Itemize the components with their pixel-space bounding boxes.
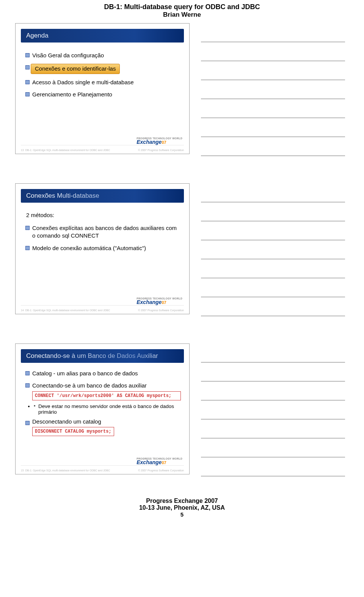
page-footer: Progress Exchange 2007 10-13 June, Phoen… xyxy=(0,479,364,525)
slide-copyright: © 2007 Progress Software Corporation xyxy=(138,469,184,472)
code-box: CONNECT '/usr/wrk/sports2000' AS CATALOG… xyxy=(32,391,181,400)
slide: Conexões Multi-database 2 métodos: Conex… xyxy=(15,183,190,314)
slide-copyright: © 2007 Progress Software Corporation xyxy=(138,149,184,151)
slide-number: 14 xyxy=(21,309,24,312)
bullet-list: Visão Geral da configuração Conexões e c… xyxy=(25,49,181,101)
slide-number: 13 xyxy=(21,149,24,151)
slide-title: Conectando-se à um Banco de Dados Auxili… xyxy=(21,349,184,363)
bullet-list: Conexões explícitas aos bancos de dados … xyxy=(25,222,181,254)
slide-footer: 15 DB-1: OpenEdge SQL multi-database env… xyxy=(21,469,184,472)
exchange-logo: PROGRESS TECHNOLOGY WORLD Exchange07 xyxy=(136,297,182,305)
doc-title: DB-1: Multi-database query for ODBC and … xyxy=(0,3,364,11)
bullet-text: Acesso à Dados single e multi-database xyxy=(32,79,134,85)
notes-area xyxy=(190,23,349,156)
slide-foot-ref: DB-1: OpenEdge SQL multi-database enviro… xyxy=(25,469,110,472)
bullet-item: Acesso à Dados single e multi-database xyxy=(25,76,181,88)
slide: Conectando-se à um Banco de Dados Auxili… xyxy=(15,343,190,474)
slide-footer: 13 DB-1: OpenEdge SQL multi-database env… xyxy=(21,149,184,151)
bullet-item: Catalog - um alias para o banco de dados xyxy=(25,367,181,380)
bullet-list: Catalog - um alias para o banco de dados… xyxy=(25,367,181,391)
exchange-logo: PROGRESS TECHNOLOGY WORLD Exchange07 xyxy=(136,137,182,145)
exchange-logo: PROGRESS TECHNOLOGY WORLD Exchange07 xyxy=(136,457,182,465)
bullet-item: Visão Geral da configuração xyxy=(25,49,181,61)
slide-title: Agenda xyxy=(21,29,184,43)
bullet-item: Desconectando um catalog xyxy=(25,417,181,426)
slide: Agenda Visão Geral da configuração Conex… xyxy=(15,23,190,154)
bullet-item: Gerenciamento e Planejamento xyxy=(25,88,181,101)
bullet-text-highlighted: Conexões e como identificar-las xyxy=(31,64,120,74)
logo-main: Exchange07 xyxy=(136,300,182,305)
bullet-text: Gerenciamento e Planejamento xyxy=(32,91,112,98)
slide-copyright: © 2007 Progress Software Corporation xyxy=(138,309,184,312)
bullet-item: Conexões e como identificar-las xyxy=(25,61,181,76)
bullet-text: Conectando-se à um banco de dados auxili… xyxy=(32,382,147,389)
bullet-item: Conectando-se à um banco de dados auxili… xyxy=(25,380,181,390)
slide-title: Conexões Multi-database xyxy=(21,189,184,203)
notes-area xyxy=(190,343,349,476)
bullet-text: Desconectando um catalog xyxy=(32,418,101,425)
footer-date-location: 10-13 June, Phoenix, AZ, USA xyxy=(0,504,364,511)
notes-area xyxy=(190,183,349,316)
code-box: DISCONNECT CATALOG mysports; xyxy=(32,427,114,436)
doc-author: Brian Werne xyxy=(0,11,364,19)
bullet-text: Modelo de conexão automática ("Automatic… xyxy=(32,245,146,251)
page-header: DB-1: Multi-database query for ODBC and … xyxy=(0,0,364,21)
logo-main: Exchange07 xyxy=(136,140,182,145)
slide-foot-ref: DB-1: OpenEdge SQL multi-database enviro… xyxy=(25,149,110,151)
slide-foot-ref: DB-1: OpenEdge SQL multi-database enviro… xyxy=(25,309,110,312)
logo-main: Exchange07 xyxy=(136,460,182,465)
page-number: 5 xyxy=(0,511,364,518)
slide-number: 15 xyxy=(21,469,24,472)
bullet-item: Modelo de conexão automática ("Automatic… xyxy=(25,242,181,254)
sub-bullet-list: Deve estar no mesmo servidor onde está o… xyxy=(34,403,181,416)
bullet-list: Desconectando um catalog xyxy=(25,417,181,426)
footer-conference: Progress Exchange 2007 xyxy=(0,498,364,504)
bullet-text: Conexões explícitas aos bancos de dados … xyxy=(32,225,177,239)
bullet-text: Visão Geral da configuração xyxy=(32,52,104,58)
slide-subtitle: 2 métodos: xyxy=(25,210,181,222)
bullet-item: Conexões explícitas aos bancos de dados … xyxy=(25,222,181,242)
slide-footer: 14 DB-1: OpenEdge SQL multi-database env… xyxy=(21,309,184,312)
bullet-text: Catalog - um alias para o banco de dados xyxy=(32,370,138,376)
handout-row: Agenda Visão Geral da configuração Conex… xyxy=(0,21,364,158)
handout-row: Conectando-se à um Banco de Dados Auxili… xyxy=(0,341,364,479)
sub-bullet-item: Deve estar no mesmo servidor onde está o… xyxy=(34,403,181,416)
handout-row: Conexões Multi-database 2 métodos: Conex… xyxy=(0,181,364,318)
